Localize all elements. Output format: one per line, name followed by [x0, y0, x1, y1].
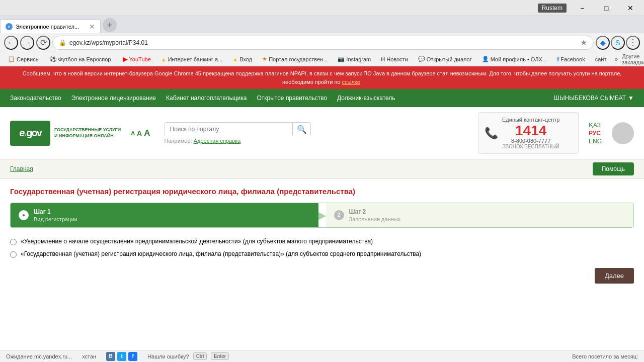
search-button[interactable]: 🔍: [292, 123, 310, 136]
step-1: ● Шаг 1 Вид регистрации: [11, 203, 318, 227]
facebook-social-icon[interactable]: f: [128, 352, 137, 361]
breadcrumb: Главная: [10, 165, 33, 172]
address-text: egov.kz/wps/myportal/P34.01: [69, 39, 577, 46]
font-size-controls: A A A: [131, 128, 150, 138]
bookmark-my-profile[interactable]: 👤 Мой профиль • ОЛХ...: [478, 55, 551, 63]
contact-number: 1414: [502, 124, 559, 138]
lang-eng[interactable]: ENG: [589, 138, 602, 145]
step-2: 2 Шаг 2 Заполнение данных: [326, 203, 634, 227]
active-tab[interactable]: e Электронное правител... ✕: [0, 19, 101, 33]
bookmark-youtube[interactable]: ▶ YouTube: [119, 54, 155, 64]
font-small-button[interactable]: A: [131, 130, 135, 136]
page-title: Государственная (учетная) регистрация юр…: [10, 187, 634, 196]
close-button[interactable]: ✕: [619, 1, 642, 15]
help-button[interactable]: Помощь: [593, 162, 634, 175]
option-2-radio[interactable]: [10, 251, 17, 258]
bookmark-portal[interactable]: ★ Портал государствен...: [258, 55, 332, 63]
more-bookmarks-button[interactable]: »: [612, 55, 620, 64]
portal-icon: ★: [262, 56, 267, 62]
tab-favicon: e: [6, 23, 13, 30]
menu-button[interactable]: ⋮: [626, 36, 640, 50]
step-2-sub: Заполнение данных: [349, 216, 401, 222]
nav-legislation[interactable]: Законодательство: [10, 95, 61, 102]
next-button[interactable]: Далее: [595, 268, 634, 284]
bookmark-facebook[interactable]: f Facebook: [553, 54, 589, 64]
minimize-button[interactable]: −: [571, 1, 594, 15]
user-menu[interactable]: ШЫНЫБЕКОВА СЫМБАТ ▼: [554, 95, 634, 102]
tab-title: Электронное правител...: [16, 24, 86, 30]
extensions-button[interactable]: ◆: [596, 36, 610, 50]
reload-button[interactable]: ⟳: [36, 36, 50, 50]
font-large-button[interactable]: A: [144, 128, 150, 138]
instagram-icon: 📷: [338, 56, 345, 62]
region-text: хстан: [82, 353, 96, 359]
main-content: Государственная (учетная) регистрация юр…: [0, 179, 644, 292]
contact-free: ЗВОНОК БЕСПЛАТНЫЙ: [502, 144, 559, 149]
loading-status: Ожидание mc.yandex.ru...: [6, 353, 72, 359]
stepper: ● Шаг 1 Вид регистрации ▶ 2 Шаг 2 Заполн…: [10, 203, 634, 228]
step-1-label: Шаг 1: [34, 208, 77, 216]
user-label: Rustem: [538, 4, 567, 13]
home-breadcrumb[interactable]: Главная: [10, 165, 33, 172]
nav-open-gov[interactable]: Открытое правительство: [257, 95, 327, 102]
site-header: e.gov ГОСУДАРСТВЕННЫЕ УСЛУГИ И ИНФОРМАЦИ…: [0, 107, 644, 159]
lang-kaz[interactable]: ҚАЗ: [589, 122, 602, 129]
step-1-circle: ●: [19, 210, 29, 220]
search-example-link[interactable]: Адресная справка: [194, 138, 240, 144]
bookmark-open-dialog[interactable]: 💬 Открытый диалог: [414, 55, 476, 63]
lang-rus[interactable]: РУС: [589, 130, 602, 137]
bookmark-instagram[interactable]: 📷 Instagram: [334, 55, 375, 63]
nav-bar: ← → ⟳ 🔒 egov.kz/wps/myportal/P34.01 ★ ◆ …: [0, 33, 644, 52]
bookmark-football[interactable]: ⚽ Футбол на Евроспор.: [46, 55, 117, 63]
my-profile-icon: 👤: [482, 56, 489, 62]
enter-hint: Enter: [211, 352, 229, 360]
option-1-row[interactable]: «Уведомление о начале осуществления пред…: [10, 238, 634, 245]
bookmark-star-icon[interactable]: ★: [580, 38, 587, 47]
bookmark-banking[interactable]: ▲ Интернет банкинг а...: [157, 55, 227, 63]
window-chrome: Rustem − □ ✕: [0, 0, 644, 16]
option-2-row[interactable]: «Государственная (учетная) регистрация ю…: [10, 250, 634, 258]
search-area: 🔍 Например: Адресная справка: [165, 122, 311, 144]
search-box: 🔍: [165, 122, 311, 136]
close-tab-icon[interactable]: ✕: [89, 23, 95, 31]
tab-bar: e Электронное правител... ✕ +: [0, 16, 644, 33]
logo-image: e.gov: [10, 121, 50, 146]
address-bar[interactable]: 🔒 egov.kz/wps/myportal/P34.01 ★: [52, 36, 594, 50]
twitter-icon[interactable]: t: [117, 352, 126, 361]
back-button[interactable]: ←: [4, 36, 18, 50]
bookmark-news[interactable]: Н Новости: [377, 55, 412, 63]
options-area: «Уведомление о начале осуществления пред…: [10, 238, 634, 258]
ctrl-hint: Ctrl: [193, 352, 207, 360]
new-tab-button[interactable]: +: [103, 18, 117, 32]
maximize-button[interactable]: □: [595, 1, 618, 15]
skype-button[interactable]: S: [611, 36, 625, 50]
nav-tax[interactable]: Кабинет налогоплательщика: [166, 95, 247, 102]
user-dropdown-icon: ▼: [628, 95, 634, 102]
youtube-icon: ▶: [123, 55, 128, 63]
contact-box: 📞 Единый контакт-центр 1414 8-800-080-77…: [478, 112, 579, 154]
alert-link[interactable]: ссылке: [342, 79, 360, 85]
contact-title: Единый контакт-центр: [502, 117, 559, 123]
bookmark-services[interactable]: 📋 Сервисы: [4, 55, 44, 63]
search-input[interactable]: [165, 123, 293, 136]
user-name: ШЫНЫБЕКОВА СЫМБАТ: [554, 95, 626, 102]
language-selector: ҚАЗ РУС ENG: [589, 122, 602, 145]
step-arrow: ▶: [318, 203, 326, 227]
vk-icon[interactable]: В: [106, 352, 115, 361]
nav-licensing[interactable]: Электронное лицензирование: [71, 95, 156, 102]
bookmark-enter[interactable]: ▲ Вход: [228, 55, 256, 63]
nav-debtor[interactable]: Должник-взыскатель: [337, 95, 395, 102]
font-medium-button[interactable]: A: [137, 129, 142, 137]
search-example: Например: Адресная справка: [165, 138, 311, 144]
status-bar: Ожидание mc.yandex.ru... хстан В t f Наш…: [0, 350, 644, 362]
enter-icon: ▲: [232, 56, 238, 62]
error-prompt: Нашли ошибку? Ctrl Enter: [147, 352, 229, 360]
step-1-sub: Вид регистрации: [34, 216, 77, 222]
alert-banner: Сообщаем, что в новой версии интернет-бр…: [0, 66, 644, 89]
logo-area: e.gov ГОСУДАРСТВЕННЫЕ УСЛУГИ И ИНФОРМАЦИ…: [10, 121, 121, 146]
option-1-radio[interactable]: [10, 239, 17, 245]
bookmark-site[interactable]: сайт: [591, 55, 611, 63]
forward-button[interactable]: →: [20, 36, 34, 50]
services-icon: 📋: [8, 56, 15, 62]
other-bookmarks-label: Другие закладки: [622, 53, 644, 65]
